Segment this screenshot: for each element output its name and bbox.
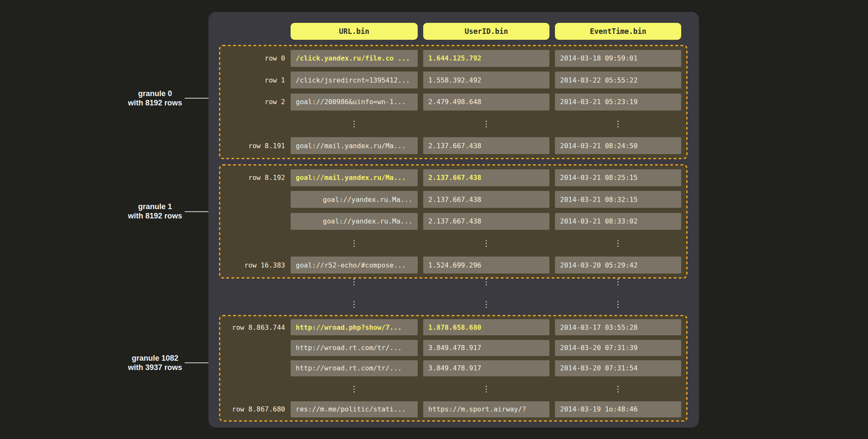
row-label — [219, 191, 285, 208]
url-cell: /click.yandex.ru/file.co ... — [291, 50, 418, 67]
vertical-ellipsis-icon: ⋮ — [555, 235, 681, 252]
column-header-url: URL.bin — [291, 23, 418, 40]
granule-1-label-line2: with 8192 rows — [104, 211, 206, 221]
vertical-ellipsis-icon: ⋮ — [555, 295, 681, 312]
row-label: row 2 — [219, 94, 285, 110]
row-label — [219, 235, 285, 252]
url-cell: http://wroad.rt.com/tr/... — [291, 360, 418, 376]
url-cell: http://wroad.rt.com/tr/... — [291, 340, 418, 356]
vertical-ellipsis-icon: ⋮ — [291, 235, 418, 252]
vertical-ellipsis-icon: ⋮ — [423, 273, 549, 290]
userid-cell: 1.878.658.680 — [423, 319, 549, 335]
url-cell: res://m.me/politic/stati... — [291, 401, 418, 417]
userid-cell: 3.849.478.917 — [423, 340, 549, 356]
eventtime-cell: 2014-03-20 05:29:42 — [555, 257, 681, 273]
table-row: row 8.867.680res://m.me/politic/stati...… — [219, 401, 688, 417]
table-row: row 8.191goal://mail.yandex.ru/Ma...2.13… — [219, 137, 688, 154]
granule-0-label-line2: with 8192 rows — [104, 98, 206, 108]
eventtime-cell: 2014-03-21 05:23:19 — [555, 94, 681, 110]
userid-cell: 1.524.699.296 — [423, 257, 549, 273]
url-cell: goal://mail.yandex.ru/Ma... — [291, 137, 418, 154]
ellipsis-row: ⋮⋮⋮ — [219, 295, 688, 312]
row-label: row 8.867.680 — [219, 401, 285, 417]
table-row: goal://yandex.ru.Ma...2.137.667.4382014-… — [219, 191, 688, 208]
table-row: goal://yandex.ru.Ma...2.137.667.4382014-… — [219, 213, 688, 230]
table-row: row 0/click.yandex.ru/file.co ...1.644.1… — [219, 50, 688, 67]
userid-cell: 2.479.498.648 — [423, 94, 549, 110]
vertical-ellipsis-icon: ⋮ — [423, 116, 549, 133]
userid-cell: 1.558.392.492 — [423, 72, 549, 88]
eventtime-cell: 2014-03-21 08:33:02 — [555, 213, 681, 230]
granule-0-label-line1: granule 0 — [104, 89, 206, 98]
url-cell: goal://yandex.ru.Ma... — [291, 213, 418, 230]
granule-1082-label-line1: granule 1082 — [104, 353, 206, 363]
eventtime-cell: 2014-03-20 07:31:54 — [555, 360, 681, 376]
row-label: row 0 — [219, 50, 285, 67]
vertical-ellipsis-icon: ⋮ — [291, 116, 418, 133]
row-label — [219, 360, 285, 376]
column-header-eventtime: EventTime.bin — [555, 23, 681, 40]
granule-1082-box: row 8.863.744http://wroad.php?show/7...1… — [219, 315, 688, 422]
row-label — [219, 381, 285, 397]
url-cell: goal://yandex.ru.Ma... — [291, 191, 418, 208]
table-row: http://wroad.rt.com/tr/...3.849.478.9172… — [219, 340, 688, 356]
between-granules-ellipsis: ⋮⋮⋮⋮⋮⋮ — [219, 273, 688, 312]
eventtime-cell: 2014-03-22 05:55:22 — [555, 72, 681, 88]
userid-cell: 2.137.667.438 — [423, 137, 549, 154]
row-label: row 16.383 — [219, 257, 285, 273]
userid-cell: 1.644.125.792 — [423, 50, 549, 67]
row-label — [219, 295, 285, 312]
column-headers: URL.bin UserID.bin EventTime.bin — [219, 23, 688, 40]
diagram-stage: granule 0 with 8192 rows granule 1 with … — [0, 0, 868, 439]
vertical-ellipsis-icon: ⋮ — [423, 381, 549, 397]
table-row: row 2goal://200986&uinfo=wn-1...2.479.49… — [219, 94, 688, 110]
url-cell: /click/jsredircnt=1395412... — [291, 72, 418, 88]
vertical-ellipsis-icon: ⋮ — [291, 273, 418, 290]
row-label — [219, 116, 285, 133]
column-header-userid: UserID.bin — [423, 23, 549, 40]
eventtime-cell: 2014-03-20 07:31:39 — [555, 340, 681, 356]
granule-1082-label-line2: with 3937 rows — [104, 363, 206, 372]
url-cell: goal://r52-echo/#compose... — [291, 257, 418, 273]
row-label: row 8.191 — [219, 137, 285, 154]
table-row: row 1/click/jsredircnt=1395412...1.558.3… — [219, 72, 688, 88]
row-label — [219, 340, 285, 356]
eventtime-cell: 2014-03-19 1o:48:46 — [555, 401, 681, 417]
userid-cell: 2.137.667.438 — [423, 169, 549, 186]
eventtime-cell: 2014-03-18 09:59:01 — [555, 50, 681, 67]
row-label: row 1 — [219, 72, 285, 88]
vertical-ellipsis-icon: ⋮ — [291, 381, 418, 397]
vertical-ellipsis-icon: ⋮ — [423, 235, 549, 252]
row-label — [219, 213, 285, 230]
url-cell: goal://mail.yandex.ru/Ma... — [291, 169, 418, 186]
eventtime-cell: 2014-03-21 08:24:50 — [555, 137, 681, 154]
url-cell: http://wroad.php?show/7... — [291, 319, 418, 335]
vertical-ellipsis-icon: ⋮ — [291, 295, 418, 312]
userid-cell: 2.137.667.438 — [423, 191, 549, 208]
table-row: row 16.383goal://r52-echo/#compose...1.5… — [219, 257, 688, 273]
table-row: row 8.192goal://mail.yandex.ru/Ma...2.13… — [219, 169, 688, 186]
row-label: row 8.863.744 — [219, 319, 285, 335]
ellipsis-row: ⋮⋮⋮ — [219, 235, 688, 252]
userid-cell: 3.849.478.917 — [423, 360, 549, 376]
ellipsis-row: ⋮⋮⋮ — [219, 273, 688, 290]
vertical-ellipsis-icon: ⋮ — [555, 273, 681, 290]
row-label: row 8.192 — [219, 169, 285, 186]
vertical-ellipsis-icon: ⋮ — [555, 116, 681, 133]
granule-1-box: row 8.192goal://mail.yandex.ru/Ma...2.13… — [219, 164, 688, 279]
eventtime-cell: 2014-03-17 03:55:28 — [555, 319, 681, 335]
panel: URL.bin UserID.bin EventTime.bin row 0/c… — [208, 12, 699, 428]
userid-cell: https://m.sport.airway/? — [423, 401, 549, 417]
eventtime-cell: 2014-03-21 08:25:15 — [555, 169, 681, 186]
vertical-ellipsis-icon: ⋮ — [423, 295, 549, 312]
ellipsis-row: ⋮⋮⋮ — [219, 116, 688, 133]
ellipsis-row: ⋮⋮⋮ — [219, 381, 688, 397]
eventtime-cell: 2014-03-21 08:32:15 — [555, 191, 681, 208]
table-row: http://wroad.rt.com/tr/...3.849.478.9172… — [219, 360, 688, 376]
granule-1-label-line1: granule 1 — [104, 202, 206, 211]
vertical-ellipsis-icon: ⋮ — [555, 381, 681, 397]
row-label — [219, 273, 285, 290]
table-row: row 8.863.744http://wroad.php?show/7...1… — [219, 319, 688, 335]
granule-0-box: row 0/click.yandex.ru/file.co ...1.644.1… — [219, 45, 688, 159]
userid-cell: 2.137.667.438 — [423, 213, 549, 230]
